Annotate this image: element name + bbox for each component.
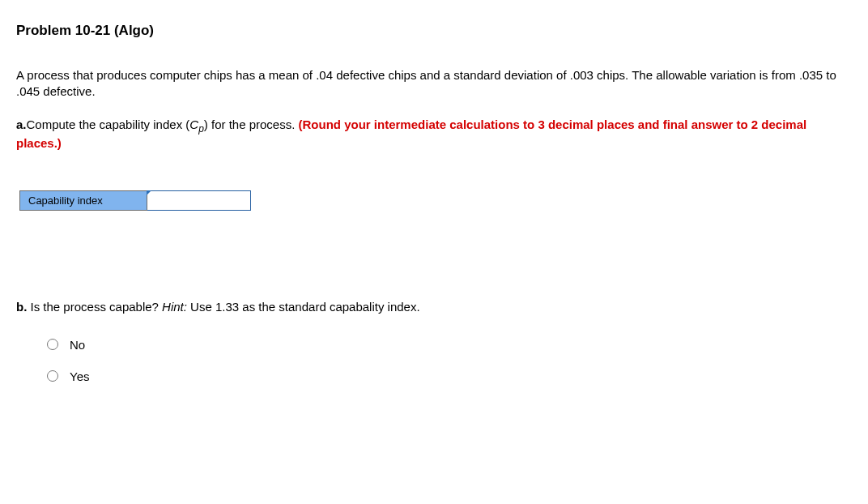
part-b-prompt: b. Is the process capable? Hint: Use 1.3… xyxy=(16,300,852,314)
radio-yes[interactable] xyxy=(47,370,58,382)
hint-text: Use 1.33 as the standard capabality inde… xyxy=(187,300,420,314)
capability-index-input[interactable] xyxy=(147,191,250,210)
radio-no[interactable] xyxy=(47,339,58,350)
answer-label-cell: Capability index xyxy=(19,190,147,211)
capability-variable: C xyxy=(189,117,198,131)
problem-description: A process that produces computer chips h… xyxy=(16,67,852,100)
capability-subscript: p xyxy=(198,123,204,135)
part-a-prompt: a.Compute the capability index (Cp) for … xyxy=(16,117,852,152)
part-a-text-1: Compute the capability index ( xyxy=(27,117,190,131)
label-no: No xyxy=(70,338,85,352)
part-a-prefix: a. xyxy=(16,117,27,131)
hint-label: Hint: xyxy=(162,300,187,314)
label-yes: Yes xyxy=(70,369,89,383)
answer-row: Capability index xyxy=(19,190,852,211)
option-yes: Yes xyxy=(47,369,852,383)
part-b-text: Is the process capable? xyxy=(27,300,162,314)
problem-title: Problem 10-21 (Algo) xyxy=(16,23,852,39)
answer-input-cell xyxy=(147,190,251,211)
option-no: No xyxy=(47,338,852,352)
options-group: No Yes xyxy=(47,338,852,383)
part-a-text-2: ) for the process. xyxy=(204,117,299,131)
part-b-prefix: b. xyxy=(16,300,27,314)
answer-label: Capability index xyxy=(28,194,103,207)
